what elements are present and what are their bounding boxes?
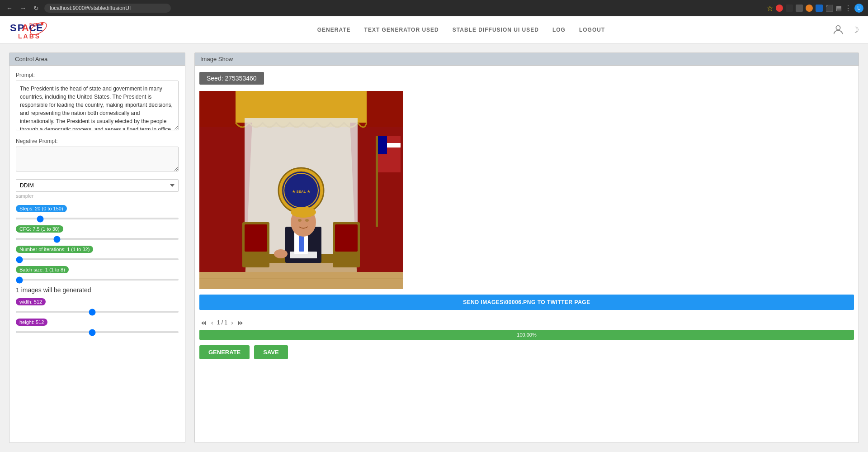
- batch-slider-group: Batch size: 1 (1 to 8): [16, 266, 179, 282]
- seed-row: Seed: 275353460: [195, 66, 859, 91]
- iterations-slider-group: Number of iterations: 1 (1 to 32): [16, 246, 179, 262]
- svg-rect-18: [245, 224, 267, 252]
- svg-point-5: [41, 23, 43, 25]
- svg-text:LABS: LABS: [18, 33, 41, 40]
- sampler-label: sampler: [16, 193, 179, 199]
- width-slider-group: width: 512: [16, 298, 179, 314]
- user-icon: [832, 24, 844, 36]
- svg-text:A: A: [22, 22, 29, 33]
- first-page-button[interactable]: ⏮: [199, 318, 208, 327]
- height-badge: height: 512: [16, 319, 47, 326]
- back-button[interactable]: ←: [5, 4, 14, 13]
- main-content: Control Area Prompt: The President is th…: [0, 43, 868, 452]
- svg-rect-19: [335, 224, 358, 252]
- menu-icon[interactable]: ⋮: [844, 4, 852, 13]
- prev-page-button[interactable]: ‹: [210, 318, 214, 327]
- ext-icon-3: [796, 5, 803, 12]
- profile-icon[interactable]: U: [854, 4, 863, 13]
- width-slider[interactable]: [16, 311, 179, 313]
- svg-rect-10: [236, 91, 367, 123]
- svg-rect-36: [378, 136, 387, 154]
- cfg-badge: CFG: 7.5 (1 to 30): [16, 225, 63, 233]
- browser-bar: ← → ↻ ☆ ⬛ ▤ ⋮ U: [0, 0, 868, 16]
- next-page-button[interactable]: ›: [230, 318, 234, 327]
- prompt-label: Prompt:: [16, 72, 179, 78]
- progress-bar: 100.00%: [199, 330, 854, 340]
- steps-badge: Steps: 20 (0 to 150): [16, 205, 67, 212]
- twitter-button[interactable]: SEND IMAGES\00006.PNG TO TWITTER PAGE: [199, 295, 854, 310]
- prompt-input[interactable]: The President is the head of state and g…: [16, 81, 179, 130]
- page-display: 1 / 1: [217, 319, 227, 326]
- url-bar[interactable]: [44, 4, 171, 13]
- steps-slider-group: Steps: 20 (0 to 150): [16, 205, 179, 221]
- image-show-panel: Image Show Seed: 275353460: [194, 52, 859, 443]
- nav-menu: GENERATE TEXT GENERATOR USED STABLE DIFF…: [90, 27, 832, 33]
- control-area: Control Area Prompt: The President is th…: [9, 52, 185, 443]
- forward-button[interactable]: →: [18, 4, 28, 13]
- nav-generate[interactable]: GENERATE: [317, 27, 351, 33]
- ext-icon-4: [806, 5, 813, 12]
- generate-button[interactable]: GENERATE: [199, 345, 250, 359]
- app-header: SP A CE NXT LABS GENERATE TEXT GENERATOR…: [0, 16, 868, 43]
- control-area-body: Prompt: The President is the head of sta…: [9, 66, 185, 345]
- action-buttons: GENERATE SAVE: [195, 340, 859, 365]
- nav-text-generator[interactable]: TEXT GENERATOR USED: [364, 27, 439, 33]
- batch-badge: Batch size: 1 (1 to 8): [16, 266, 69, 273]
- progress-container: 100.00%: [199, 330, 854, 340]
- image-svg: ★ SEAL ★: [199, 91, 403, 289]
- header-right: ☽: [832, 24, 859, 36]
- nav-log[interactable]: LOG: [552, 27, 566, 33]
- ext-icon-2: [786, 5, 793, 12]
- iterations-slider[interactable]: [16, 258, 179, 260]
- width-badge: width: 512: [16, 298, 46, 305]
- image-show-header: Image Show: [195, 53, 859, 66]
- generated-image: ★ SEAL ★: [199, 91, 403, 289]
- logo-area: SP A CE NXT LABS: [9, 19, 63, 41]
- svg-rect-32: [376, 136, 378, 227]
- svg-point-25: [291, 207, 316, 218]
- iterations-badge: Number of iterations: 1 (1 to 32): [16, 246, 93, 253]
- sampler-group: DDIM PLMS K_LMS K_EULER K_EULER_A sample…: [16, 179, 179, 199]
- sampler-select[interactable]: DDIM PLMS K_LMS K_EULER K_EULER_A: [16, 179, 179, 192]
- browser-icons: ☆ ⬛ ▤ ⋮ U: [767, 4, 863, 13]
- negative-prompt-input[interactable]: [16, 147, 179, 171]
- extensions-icon: ⬛: [826, 5, 833, 12]
- ext-icon-5: [816, 5, 823, 12]
- svg-point-26: [298, 219, 302, 222]
- last-page-button[interactable]: ⏭: [237, 318, 245, 327]
- height-slider-group: height: 512: [16, 319, 179, 334]
- nav-stable-diffusion[interactable]: STABLE DIFFUSION UI USED: [453, 27, 539, 33]
- svg-point-27: [305, 219, 309, 222]
- nav-logout[interactable]: LOGOUT: [579, 27, 605, 33]
- negative-prompt-label: Negative Prompt:: [16, 138, 179, 144]
- logo-svg: SP A CE NXT LABS: [9, 19, 63, 41]
- negative-prompt-group: Negative Prompt:: [16, 138, 179, 173]
- steps-slider[interactable]: [16, 218, 179, 219]
- save-button[interactable]: SAVE: [254, 345, 288, 359]
- images-count: 1 images will be generated: [16, 286, 179, 294]
- prompt-group: Prompt: The President is the head of sta…: [16, 72, 179, 132]
- height-slider[interactable]: [16, 331, 179, 333]
- ext-icon-1: [776, 5, 783, 12]
- svg-rect-29: [290, 252, 317, 258]
- refresh-button[interactable]: ↻: [32, 4, 41, 13]
- cfg-slider[interactable]: [16, 238, 179, 240]
- star-icon: ☆: [767, 4, 773, 13]
- cfg-slider-group: CFG: 7.5 (1 to 30): [16, 225, 179, 241]
- sidebar-icon: ▤: [836, 5, 842, 12]
- seed-display: Seed: 275353460: [199, 72, 264, 85]
- image-container: ★ SEAL ★: [195, 91, 859, 289]
- svg-text:★ SEAL ★: ★ SEAL ★: [292, 190, 311, 194]
- svg-rect-30: [199, 272, 403, 289]
- dark-mode-toggle[interactable]: ☽: [852, 25, 859, 35]
- control-area-header: Control Area: [9, 53, 185, 66]
- pagination: ⏮ ‹ 1 / 1 › ⏭: [195, 315, 859, 330]
- svg-point-7: [836, 25, 840, 29]
- batch-slider[interactable]: [16, 279, 179, 281]
- svg-point-28: [274, 249, 288, 258]
